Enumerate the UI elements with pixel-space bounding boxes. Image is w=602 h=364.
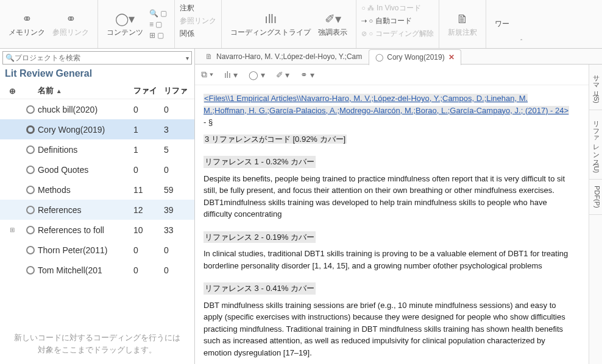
- row-file: 0: [133, 165, 164, 175]
- ribbon-group-workspace: ワー: [486, 0, 518, 48]
- row-ref: 59: [164, 185, 194, 195]
- tree-row[interactable]: Methods1159: [0, 180, 194, 200]
- list-toggle[interactable]: ≡ ▢: [149, 20, 167, 29]
- drop-hint: 新しいコードに対するコーディングを行うには 対象をここまでドラッグします。: [0, 323, 194, 364]
- ribbon-group-contents: ◯▾ コンテンツ 🔍 ▢ ≡ ▢ ⊞ ▢: [98, 0, 175, 48]
- expand-toggle[interactable]: ⊞: [0, 226, 24, 233]
- row-name: Definitions: [37, 145, 133, 155]
- side-tab-reference[interactable]: リファレンス(U): [589, 110, 602, 180]
- project-search[interactable]: 🔍 ▾: [2, 51, 192, 65]
- tree-row[interactable]: chuck bill(2020)00: [0, 99, 194, 119]
- row-name: Good Quotes: [37, 165, 133, 175]
- code-circle-icon: [24, 166, 37, 174]
- ref-link2-button[interactable]: 参照リンク: [179, 15, 218, 27]
- circle-icon: ◯: [375, 53, 383, 61]
- row-name: Tom Mitchell(201: [37, 265, 133, 275]
- tb-highlighter[interactable]: ✐ ▾: [276, 70, 290, 80]
- zoom-in[interactable]: 🔍 ▢: [149, 9, 167, 18]
- col-file[interactable]: ファイ: [133, 85, 164, 96]
- chevron-down-icon[interactable]: ▾: [186, 55, 189, 61]
- tb-outline[interactable]: ⧉ ▾: [201, 69, 213, 80]
- tb-circle[interactable]: ◯ ▾: [249, 70, 265, 80]
- side-tab-summary[interactable]: サマリ(S): [589, 65, 602, 110]
- tree-row[interactable]: Good Quotes00: [0, 159, 194, 180]
- doc-toolbar: ⧉ ▾ ılı ▾ ◯ ▾ ✐ ▾ ⚭ ▾ ⧉: [195, 65, 602, 85]
- file-link[interactable]: <Files\\1 Empirical Articles\\Navarro-Ha…: [204, 94, 569, 115]
- close-icon[interactable]: ✕: [448, 53, 455, 61]
- row-name: References to foll: [37, 225, 133, 235]
- sort-asc-icon: ▲: [56, 88, 62, 94]
- in-vivo-button[interactable]: ○ ⁂ In Vivoコード: [360, 2, 435, 14]
- col-name[interactable]: 名前 ▲: [37, 85, 133, 96]
- row-ref: 3: [164, 125, 194, 135]
- auto-code-button[interactable]: ⇢ ○ 自動コード: [360, 15, 435, 27]
- link-icon: ⚭: [66, 10, 76, 27]
- document-tabs: 🗎Navarro-Haro, M. V.;López-del-Hoyo, Y.;…: [195, 49, 602, 65]
- tree-row[interactable]: Tom Mitchell(20100: [0, 260, 194, 280]
- row-ref: 0: [164, 105, 194, 114]
- row-name: Methods: [37, 185, 133, 195]
- memo-link-button[interactable]: ⚭ メモリンク: [5, 8, 49, 40]
- row-ref: 0: [164, 245, 194, 255]
- uncoding-button[interactable]: ⊘ ○ コーディング解除: [360, 28, 435, 40]
- tree-row[interactable]: Thorn Peter(2011)00: [0, 240, 194, 260]
- row-name: Cory Wong(2019): [37, 125, 133, 135]
- new-annotation-label: 新規注釈: [448, 27, 477, 38]
- memo-link-label: メモリンク: [9, 27, 45, 38]
- contents-button[interactable]: ◯▾ コンテンツ: [103, 8, 147, 40]
- tab-label: Navarro-Haro, M. V.;López-del-Hoyo, Y.;C…: [216, 52, 362, 61]
- workspace-button[interactable]: ワー: [491, 16, 513, 32]
- tb-bars[interactable]: ılı ▾: [224, 70, 238, 80]
- bars-icon: ıllı: [264, 10, 277, 27]
- row-file: 0: [133, 245, 164, 255]
- right-panel: 🗎Navarro-Haro, M. V.;López-del-Hoyo, Y.;…: [195, 49, 602, 364]
- doc-icon: 🗎: [456, 10, 469, 27]
- code-circle-icon: [24, 145, 37, 154]
- highlight-label: 強調表示: [318, 27, 347, 38]
- row-file: 0: [133, 265, 164, 275]
- row-file: 0: [133, 105, 164, 114]
- grid-toggle[interactable]: ⊞ ▢: [149, 31, 167, 40]
- tree-row[interactable]: References1239: [0, 200, 194, 220]
- ribbon-collapse[interactable]: ˆ: [518, 0, 525, 48]
- tb-link[interactable]: ⚭ ▾: [300, 70, 314, 80]
- tab-label: Cory Wong(2019): [387, 53, 445, 61]
- doc-tab[interactable]: 🗎Navarro-Haro, M. V.;López-del-Hoyo, Y.;…: [199, 49, 369, 65]
- search-input[interactable]: [15, 54, 186, 62]
- code-circle-icon: [24, 246, 37, 254]
- zoom-controls: 🔍 ▢ ≡ ▢ ⊞ ▢: [147, 7, 169, 42]
- row-ref: 0: [164, 265, 194, 275]
- ribbon-group-coding: ○ ⁂ In Vivoコード ⇢ ○ 自動コード ⊘ ○ コーディング解除: [356, 0, 439, 48]
- ref-link-button[interactable]: ⚭ 参照リンク: [49, 8, 93, 40]
- circle-icon: ◯▾: [115, 10, 135, 27]
- highlighter-icon: ✐▾: [325, 10, 341, 27]
- tree-row[interactable]: ⊞References to foll1033: [0, 220, 194, 240]
- ref-link-label: 参照リンク: [52, 27, 89, 38]
- side-tab-pdf[interactable]: PDF(P): [589, 180, 602, 215]
- ref2-heading: リファレンス 2 - 0.19% カバー: [204, 231, 316, 243]
- highlight-button[interactable]: ✐▾ 強調表示: [314, 8, 351, 40]
- code-circle-icon: [24, 206, 37, 214]
- ribbon-group-links: ⚭ メモリンク ⚭ 参照リンク: [0, 0, 98, 48]
- annotation-button[interactable]: 注釈: [179, 2, 218, 14]
- coding-stripe-button[interactable]: ıllı コーディングストライプ: [227, 8, 314, 40]
- lit-review-title: Lit Review General: [0, 67, 194, 83]
- col-ref[interactable]: リファ: [164, 85, 194, 96]
- ribbon-group-annotation: 注釈 参照リンク 関係: [175, 0, 222, 48]
- tree-row[interactable]: Definitions15: [0, 139, 194, 159]
- code-circle-icon: [24, 226, 37, 234]
- ref1-heading: リファレンス 1 - 0.32% カバー: [204, 156, 316, 168]
- ref2-body: In clinical studies, traditional DBT1 sk…: [204, 248, 573, 271]
- tree-row[interactable]: Cory Wong(2019)13: [0, 119, 194, 139]
- ribbon-group-view: ıllı コーディングストライプ ✐▾ 強調表示: [222, 0, 356, 48]
- relation-button[interactable]: 関係: [179, 28, 218, 40]
- code-circle-icon: [24, 125, 37, 134]
- row-ref: 33: [164, 225, 194, 235]
- expand-column[interactable]: ⊕: [0, 86, 24, 96]
- code-circle-icon: [24, 266, 37, 275]
- contents-label: コンテンツ: [107, 27, 143, 38]
- new-annotation-button[interactable]: 🗎 新規注釈: [444, 8, 481, 40]
- row-name: chuck bill(2020): [37, 105, 133, 114]
- side-tabs: サマリ(S) リファレンス(U) PDF(P): [589, 65, 602, 364]
- doc-tab[interactable]: ◯Cory Wong(2019)✕: [369, 49, 461, 65]
